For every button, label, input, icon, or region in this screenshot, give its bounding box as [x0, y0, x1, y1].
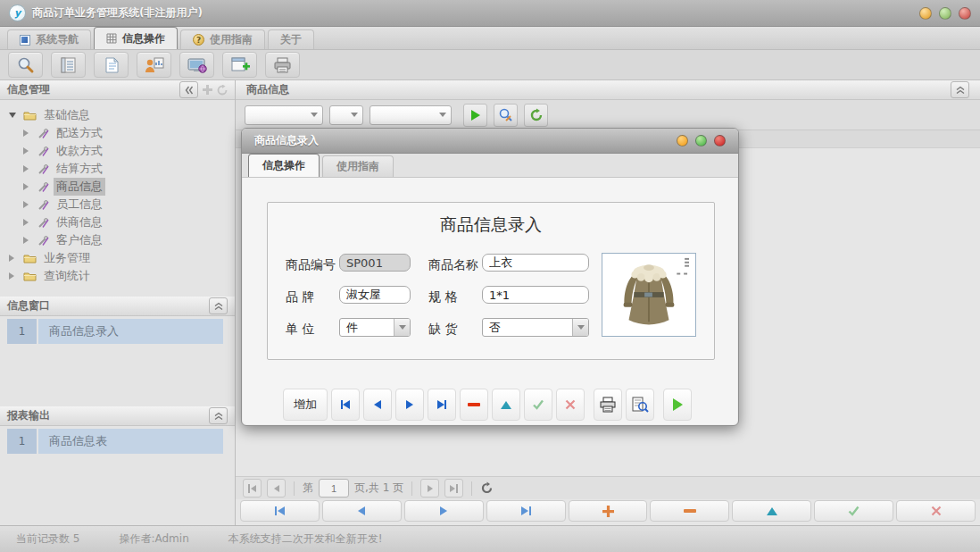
- spec-input[interactable]: [482, 286, 589, 304]
- dialog-tab-user-guide[interactable]: 使用指南: [322, 155, 394, 177]
- collapsed-arrow-icon[interactable]: [23, 201, 29, 208]
- collapsed-arrow-icon[interactable]: [23, 147, 29, 155]
- user-report-button[interactable]: [137, 52, 171, 78]
- record-insert-button[interactable]: [569, 500, 648, 522]
- delete-record-button[interactable]: [460, 389, 488, 421]
- unit-select[interactable]: 件: [339, 318, 411, 337]
- tree-item-payment[interactable]: 收款方式: [0, 142, 235, 160]
- monitor-globe-button[interactable]: [179, 52, 214, 78]
- prev-page-button[interactable]: [267, 479, 286, 498]
- unit-value: 件: [340, 320, 394, 336]
- record-count-text: 当前记录数 5: [16, 531, 79, 547]
- brand-input[interactable]: [339, 286, 411, 304]
- list-view-button[interactable]: [51, 52, 86, 78]
- dropdown-button[interactable]: [394, 319, 410, 336]
- window-add-button[interactable]: [222, 52, 257, 78]
- dialog-title-bar[interactable]: 商品信息录入: [242, 129, 738, 154]
- minimize-button[interactable]: [919, 7, 932, 20]
- filter-select-1[interactable]: [245, 105, 323, 125]
- info-panel-title: 信息管理: [7, 82, 50, 97]
- collapse-up-button[interactable]: [951, 81, 969, 98]
- print-button[interactable]: [594, 389, 622, 421]
- collapsed-arrow-icon[interactable]: [9, 255, 14, 262]
- next-record-button[interactable]: [395, 389, 424, 421]
- filter-select-3[interactable]: [370, 105, 452, 125]
- first-page-button[interactable]: [243, 479, 262, 498]
- collapsed-arrow-icon[interactable]: [23, 219, 29, 226]
- prev-record-button[interactable]: [363, 389, 392, 421]
- tab-info-operation[interactable]: 信息操作: [94, 27, 178, 49]
- record-delete-button[interactable]: [650, 500, 729, 522]
- folder-icon: [23, 271, 37, 281]
- tree-folder-business[interactable]: 业务管理: [0, 249, 235, 267]
- tab-user-guide[interactable]: ? 使用指南: [180, 29, 265, 49]
- refresh-panel-icon[interactable]: [217, 85, 228, 96]
- filter-select-2[interactable]: [329, 105, 363, 125]
- next-page-button[interactable]: [420, 479, 439, 498]
- tree-folder-query-stats[interactable]: 查询统计: [0, 267, 235, 285]
- record-first-button[interactable]: [240, 500, 320, 522]
- expanded-arrow-icon[interactable]: [9, 113, 16, 118]
- product-entry-dialog: 商品信息录入 信息操作 使用指南 商品信息录入 商品编号 商品名称 品 牌 规 …: [241, 128, 739, 426]
- chevron-down-icon: [439, 113, 446, 117]
- last-page-button[interactable]: [444, 479, 463, 498]
- collapsed-arrow-icon[interactable]: [9, 272, 14, 280]
- dialog-tab-info-operation[interactable]: 信息操作: [248, 154, 320, 177]
- tree-item-settlement[interactable]: 结算方式: [0, 160, 235, 178]
- record-post-button[interactable]: [814, 500, 893, 522]
- tree-item-customer[interactable]: 客户信息: [0, 231, 235, 249]
- record-next-button[interactable]: [404, 500, 484, 522]
- collapse-up-button[interactable]: [209, 297, 228, 314]
- title-bar: y 商品订单业务管理系统(非注册用户): [0, 0, 980, 27]
- report-list-item[interactable]: 1 商品信息表: [7, 429, 223, 454]
- record-prev-button[interactable]: [322, 500, 402, 522]
- cancel-record-button[interactable]: [556, 389, 585, 421]
- printer-button[interactable]: [265, 52, 300, 78]
- dialog-maximize-button[interactable]: [695, 135, 707, 146]
- tree-label: 客户信息: [54, 231, 105, 249]
- first-record-button[interactable]: [331, 389, 360, 421]
- window-list-item[interactable]: 1 商品信息录入: [7, 319, 223, 344]
- add-record-button[interactable]: 增加: [283, 389, 328, 421]
- maximize-button[interactable]: [939, 7, 951, 20]
- search-button[interactable]: [8, 52, 43, 78]
- chevron-down-icon: [351, 113, 358, 117]
- collapsed-arrow-icon[interactable]: [23, 183, 29, 190]
- add-panel-icon[interactable]: [203, 85, 212, 95]
- record-last-button[interactable]: [486, 500, 566, 522]
- collapsed-arrow-icon[interactable]: [23, 130, 29, 137]
- oos-select[interactable]: 否: [482, 318, 589, 337]
- tree-item-product-info[interactable]: 商品信息: [0, 178, 235, 196]
- refresh-button[interactable]: [524, 104, 548, 127]
- document-button[interactable]: [94, 52, 129, 78]
- record-cancel-button[interactable]: [896, 500, 976, 522]
- dropdown-button[interactable]: [572, 319, 588, 336]
- print-preview-button[interactable]: [626, 389, 654, 421]
- tab-about[interactable]: 关于: [268, 29, 314, 49]
- search-edit-button[interactable]: [494, 104, 518, 127]
- collapsed-arrow-icon[interactable]: [23, 237, 29, 244]
- name-label: 商品名称: [428, 257, 478, 273]
- name-input[interactable]: [482, 254, 589, 272]
- run-report-button[interactable]: [663, 389, 692, 421]
- status-note-text: 本系统支持二次开发和全新开发!: [228, 531, 383, 547]
- collapse-left-button[interactable]: [179, 81, 198, 98]
- close-button[interactable]: [959, 7, 971, 20]
- tree-item-employee[interactable]: 员工信息: [0, 196, 235, 213]
- execute-filter-button[interactable]: [463, 104, 487, 127]
- refresh-grid-icon[interactable]: [480, 481, 494, 495]
- record-edit-button[interactable]: [732, 500, 811, 522]
- dialog-minimize-button[interactable]: [677, 135, 688, 146]
- code-input[interactable]: [339, 254, 411, 272]
- collapse-up-button[interactable]: [209, 407, 228, 424]
- post-record-button[interactable]: [524, 389, 552, 421]
- tree-item-delivery[interactable]: 配送方式: [0, 124, 235, 142]
- tree-folder-base-info[interactable]: 基础信息: [0, 106, 235, 124]
- tab-system-nav[interactable]: 系统导航: [7, 29, 91, 49]
- dialog-close-button[interactable]: [714, 135, 726, 146]
- page-number-input[interactable]: [319, 479, 349, 498]
- tree-item-supplier[interactable]: 供商信息: [0, 213, 235, 231]
- collapsed-arrow-icon[interactable]: [23, 165, 29, 172]
- last-record-button[interactable]: [428, 389, 456, 421]
- edit-record-button[interactable]: [492, 389, 520, 421]
